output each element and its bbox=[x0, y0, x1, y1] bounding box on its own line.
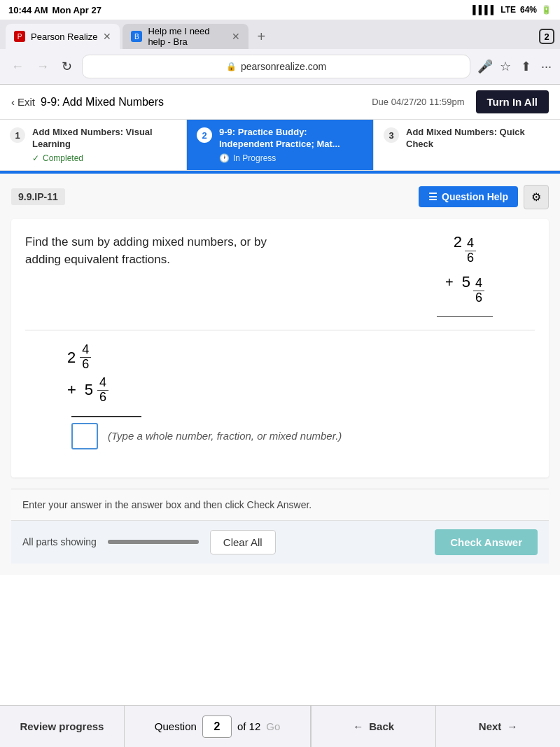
next-nav-button[interactable]: Next → bbox=[435, 706, 560, 747]
step-2[interactable]: 2 9-9: Practice Buddy: Independent Pract… bbox=[187, 120, 374, 170]
top-number: 2 4 6 bbox=[454, 233, 476, 265]
network-type: LTE bbox=[500, 5, 516, 15]
work-top-numer: 4 bbox=[80, 343, 91, 358]
new-tab-button[interactable]: + bbox=[251, 29, 271, 45]
progress-steps: 1 Add Mixed Numbers: Visual Learning ✓ C… bbox=[0, 120, 560, 171]
question-number-input[interactable] bbox=[202, 715, 232, 738]
mic-icon[interactable]: 🎤 bbox=[477, 59, 493, 74]
check-icon: ✓ bbox=[32, 153, 39, 163]
addition-line bbox=[437, 316, 493, 318]
lock-icon: 🔒 bbox=[226, 62, 237, 71]
tab-help[interactable]: B Help me I need help - Bra ✕ bbox=[122, 24, 248, 49]
check-answer-button[interactable]: Check Answer bbox=[435, 529, 538, 555]
bottom-denominator: 6 bbox=[473, 291, 484, 305]
address-bar[interactable]: 🔒 pearsonrealize.com bbox=[82, 55, 470, 78]
signal-icon: ▌▌▌▌ bbox=[472, 5, 496, 15]
step-1-content: Add Mixed Numbers: Visual Learning ✓ Com… bbox=[32, 127, 176, 163]
step-3-number: 3 bbox=[384, 127, 399, 143]
step-3-label: Add Mixed Numbers: Quick Check bbox=[406, 127, 550, 151]
settings-button[interactable]: ⚙ bbox=[524, 185, 549, 209]
question-content: Find the sum by adding mixed numbers, or… bbox=[11, 219, 549, 477]
parts-progress-track bbox=[108, 540, 199, 544]
math-display-right: 2 4 6 + 5 4 6 bbox=[437, 233, 535, 318]
bottom-navigation: Review progress Question of 12 Go ← Back… bbox=[0, 705, 560, 747]
back-button[interactable]: ← bbox=[8, 58, 27, 76]
back-nav-label: Back bbox=[369, 720, 394, 732]
app-header: ‹ Exit 9-9: Add Mixed Numbers Due 04/27/… bbox=[0, 85, 560, 120]
section-title: 9-9: Add Mixed Numbers bbox=[41, 96, 164, 109]
question-area: 9.9.IP-11 ☰ Question Help ⚙ Find the sum… bbox=[0, 174, 560, 575]
question-nav: Question of 12 Go bbox=[125, 706, 311, 747]
work-top-row: 2 4 6 bbox=[67, 343, 514, 372]
date: Mon Apr 27 bbox=[52, 5, 102, 15]
answer-hint: (Type a whole number, fraction, or mixed… bbox=[108, 430, 342, 442]
answer-box[interactable] bbox=[71, 423, 98, 449]
next-nav-label: Next bbox=[479, 720, 502, 732]
tab-pearson-label: Pearson Realize bbox=[31, 32, 97, 42]
battery-icon: 🔋 bbox=[541, 5, 552, 15]
tab-help-label: Help me I need help - Bra bbox=[148, 26, 226, 47]
close-tab-pearson[interactable]: ✕ bbox=[103, 31, 111, 42]
step-1[interactable]: 1 Add Mixed Numbers: Visual Learning ✓ C… bbox=[0, 120, 187, 170]
step-2-number: 2 bbox=[197, 127, 212, 143]
step-1-label: Add Mixed Numbers: Visual Learning bbox=[32, 127, 176, 151]
step-3-content: Add Mixed Numbers: Quick Check bbox=[406, 127, 550, 151]
work-bottom-denom: 6 bbox=[97, 391, 108, 405]
forward-button[interactable]: → bbox=[34, 58, 52, 76]
working-area: 2 4 6 + 5 4 6 (Type a w bbox=[25, 343, 535, 463]
time: 10:44 AM bbox=[8, 5, 48, 15]
bookmark-button[interactable]: ☆ bbox=[500, 59, 511, 74]
answer-info-text: Enter your answer in the answer box and … bbox=[22, 499, 312, 510]
question-header: 9.9.IP-11 ☰ Question Help ⚙ bbox=[11, 185, 549, 209]
problem-display: Find the sum by adding mixed numbers, or… bbox=[25, 233, 535, 318]
clear-all-button[interactable]: Clear All bbox=[210, 530, 276, 554]
top-fraction: 4 6 bbox=[465, 237, 476, 265]
question-help-button[interactable]: ☰ Question Help bbox=[419, 186, 518, 207]
top-denominator: 6 bbox=[465, 251, 476, 265]
step-2-status: 🕐 In Progress bbox=[219, 153, 363, 163]
exit-nav: ‹ Exit 9-9: Add Mixed Numbers bbox=[11, 96, 164, 109]
exit-label: Exit bbox=[18, 96, 35, 108]
reload-button[interactable]: ↻ bbox=[59, 57, 75, 76]
status-bar: 10:44 AM Mon Apr 27 ▌▌▌▌ LTE 64% 🔋 bbox=[0, 0, 560, 20]
bottom-whole: 5 bbox=[462, 273, 470, 291]
tab-bar: P Pearson Realize ✕ B Help me I need hel… bbox=[0, 20, 560, 49]
work-bottom-numer: 4 bbox=[97, 376, 108, 391]
more-button[interactable]: ··· bbox=[541, 60, 552, 74]
question-text: Find the sum by adding mixed numbers, or… bbox=[25, 233, 305, 269]
share-button[interactable]: ⬆ bbox=[521, 59, 531, 74]
parts-progress-fill bbox=[108, 540, 199, 544]
back-nav-button[interactable]: ← Back bbox=[311, 706, 435, 747]
close-tab-help[interactable]: ✕ bbox=[232, 31, 240, 42]
top-numerator: 4 bbox=[465, 237, 476, 251]
tab-count[interactable]: 2 bbox=[539, 29, 554, 44]
chevron-left-icon: ‹ bbox=[11, 96, 15, 108]
tab-pearson[interactable]: P Pearson Realize ✕ bbox=[6, 24, 120, 49]
step-1-status-text: Completed bbox=[43, 153, 83, 163]
step-3[interactable]: 3 Add Mixed Numbers: Quick Check bbox=[374, 120, 560, 170]
back-arrow-icon: ← bbox=[353, 720, 363, 732]
work-top-whole: 2 bbox=[67, 349, 76, 367]
review-progress-label: Review progress bbox=[20, 720, 104, 732]
exit-button[interactable]: ‹ Exit bbox=[11, 96, 35, 108]
work-bottom-row: + 5 4 6 bbox=[67, 376, 514, 405]
browser-chrome: P Pearson Realize ✕ B Help me I need hel… bbox=[0, 20, 560, 85]
battery-level: 64% bbox=[520, 5, 537, 15]
question-actions: ☰ Question Help ⚙ bbox=[419, 185, 549, 209]
gear-icon: ⚙ bbox=[531, 191, 541, 203]
review-progress-button[interactable]: Review progress bbox=[0, 706, 125, 747]
work-top-denom: 6 bbox=[80, 358, 91, 372]
bottom-number: + 5 4 6 bbox=[445, 273, 484, 305]
step-2-status-text: In Progress bbox=[233, 153, 276, 163]
bottom-numerator: 4 bbox=[473, 277, 484, 291]
divider bbox=[25, 330, 535, 330]
nav-actions: ☆ ⬆ ··· bbox=[500, 59, 552, 74]
turn-in-button[interactable]: Turn In All bbox=[476, 90, 550, 113]
go-button[interactable]: Go bbox=[266, 720, 280, 732]
answer-input-row: (Type a whole number, fraction, or mixed… bbox=[71, 423, 514, 449]
plus-sign: + bbox=[445, 274, 454, 291]
nav-bar: ← → ↻ 🔒 pearsonrealize.com 🎤 ☆ ⬆ ··· bbox=[0, 49, 560, 84]
work-bottom-fraction: 4 6 bbox=[97, 376, 108, 405]
pearson-tab-icon: P bbox=[14, 31, 25, 42]
due-date: Due 04/27/20 11:59pm bbox=[372, 97, 464, 107]
